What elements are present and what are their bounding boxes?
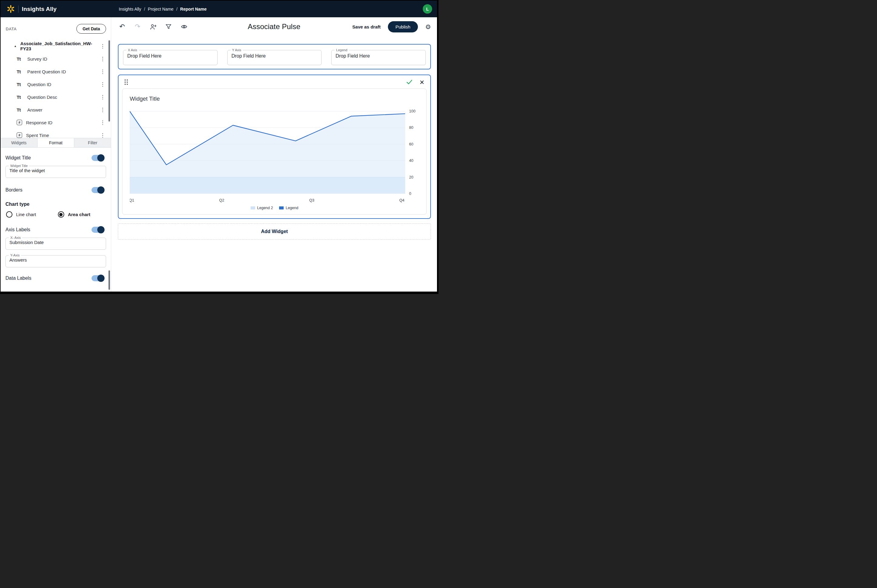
close-widget-icon[interactable]: × [420, 79, 424, 86]
toolbar-icons: ↶ ↷ [118, 23, 187, 30]
tab-widgets[interactable]: Widgets [1, 138, 37, 147]
line-chart-label: Line chart [16, 212, 36, 217]
drag-handle-icon[interactable] [124, 80, 128, 85]
legend-dropzone[interactable]: Legend Drop Field Here [331, 48, 426, 65]
x-axis-dropzone[interactable]: X Axis Drop Field Here [123, 48, 217, 65]
widget-title-toggle[interactable] [91, 155, 104, 161]
preview-eye-icon[interactable] [180, 23, 187, 30]
legend-item: Legend 2 [250, 206, 273, 210]
chart-type-heading: Chart type [6, 201, 106, 207]
radio-checked-icon[interactable] [58, 211, 64, 218]
breadcrumb-app[interactable]: Insights Ally [119, 7, 141, 12]
axis-labels-toggle[interactable] [91, 227, 104, 233]
kebab-menu-icon[interactable]: ⋮ [99, 133, 106, 138]
breadcrumb: Insights Ally / Project Name / Report Na… [119, 7, 207, 12]
x-axis-input-label: X- Axis [9, 236, 22, 240]
brand-divider [18, 6, 18, 13]
field-row[interactable]: # Response ID ⋮ [1, 116, 111, 129]
content: DATA Get Data ▲ Associate_Job_Satisfacti… [1, 17, 437, 292]
topbar: Insights Ally Insights Ally / Project Na… [1, 1, 437, 17]
widget-title-toggle-label: Widget Title [6, 155, 31, 160]
redo-icon[interactable]: ↷ [134, 23, 141, 30]
axis-labels-label: Axis Labels [6, 227, 30, 232]
svg-text:0: 0 [409, 192, 411, 196]
field-row[interactable]: Tt Parent Question ID ⋮ [1, 65, 111, 78]
legend-item: Legend [279, 206, 298, 210]
tab-format[interactable]: Format [37, 138, 75, 147]
share-user-icon[interactable] [149, 23, 157, 30]
kebab-menu-icon[interactable]: ⋮ [99, 56, 106, 62]
svg-text:Q3: Q3 [309, 198, 315, 202]
widget-title-fieldset: Widget Title [6, 164, 106, 178]
borders-toggle-row: Borders [6, 187, 106, 193]
kebab-menu-icon[interactable]: ⋮ [99, 107, 106, 112]
collapse-caret-icon[interactable]: ▲ [14, 45, 16, 48]
text-field-icon: Tt [16, 94, 23, 100]
field-row[interactable]: Tt Question Desc ⋮ [1, 91, 111, 104]
field-name: Spent Time [26, 133, 49, 138]
legend-label: Legend [286, 206, 298, 210]
publish-button[interactable]: Publish [388, 21, 418, 32]
filter-icon[interactable] [165, 23, 172, 30]
kebab-menu-icon[interactable]: ⋮ [99, 69, 106, 74]
widget-title-toggle-row: Widget Title [6, 155, 106, 161]
x-axis-input[interactable] [6, 240, 98, 245]
legend-dropzone-label: Legend [334, 48, 349, 52]
field-row[interactable]: Tt Answer ⋮ [1, 104, 111, 116]
line-chart-option[interactable]: Line chart [6, 211, 36, 218]
user-avatar[interactable]: L [423, 4, 432, 14]
chart-legend: Legend 2 Legend [130, 205, 419, 211]
data-labels-toggle[interactable] [91, 275, 104, 281]
area-chart-option[interactable]: Area chart [58, 211, 90, 218]
y-axis-dropzone[interactable]: Y Axis Drop Field Here [227, 48, 322, 65]
number-field-icon: # [16, 120, 22, 125]
confirm-check-icon[interactable] [406, 80, 412, 85]
kebab-menu-icon[interactable]: ⋮ [99, 82, 106, 87]
report-toolbar: ↶ ↷ [111, 17, 437, 36]
widget-card: Widget Title 020406080100Q1Q2Q3Q4 Legend… [122, 88, 427, 214]
field-name: Parent Question ID [27, 69, 66, 74]
settings-gear-icon[interactable]: ⚙ [425, 24, 431, 30]
widget-title-input[interactable] [6, 168, 98, 173]
widget-actions: × [406, 79, 424, 86]
breadcrumb-project[interactable]: Project Name [148, 7, 174, 12]
add-widget-button[interactable]: Add Widget [118, 224, 431, 240]
kebab-menu-icon[interactable]: ⋮ [99, 120, 106, 125]
dataset-name: Associate_Job_Satisfaction_HW-FY23 [20, 41, 95, 51]
x-axis-fieldset: X- Axis [6, 236, 106, 250]
svg-text:Q4: Q4 [399, 198, 405, 202]
svg-text:100: 100 [409, 109, 415, 113]
field-row[interactable]: Tt Question ID ⋮ [1, 78, 111, 91]
fields-scrollbar[interactable] [108, 40, 110, 122]
axis-labels-toggle-row: Axis Labels [6, 227, 106, 233]
svg-text:80: 80 [409, 126, 413, 130]
data-labels-label: Data Labels [6, 276, 31, 281]
get-data-button[interactable]: Get Data [76, 24, 106, 34]
field-row[interactable]: Tt Survey ID ⋮ [1, 52, 111, 65]
field-row[interactable]: # Spent Time ⋮ [1, 129, 111, 138]
report-canvas: X Axis Drop Field Here Y Axis Drop Field… [111, 36, 437, 292]
kebab-menu-icon[interactable]: ⋮ [99, 94, 106, 100]
sidebar-header: DATA Get Data [1, 17, 111, 38]
text-field-icon: Tt [16, 107, 23, 112]
field-name: Question ID [27, 82, 51, 87]
brand: Insights Ally [1, 5, 57, 13]
dataset-row[interactable]: ▲ Associate_Job_Satisfaction_HW-FY23 ⋮ [1, 38, 111, 52]
breadcrumb-report: Report Name [180, 7, 207, 12]
radio-unchecked-icon[interactable] [6, 211, 12, 218]
undo-icon[interactable]: ↶ [118, 23, 126, 30]
sidebar-tabs: Widgets Format Filter [1, 138, 111, 148]
tab-filter[interactable]: Filter [74, 138, 111, 147]
borders-toggle[interactable] [91, 187, 104, 193]
field-name: Response ID [26, 120, 52, 125]
y-axis-input[interactable] [6, 257, 98, 262]
format-scrollbar[interactable] [108, 270, 110, 290]
text-field-icon: Tt [16, 82, 23, 87]
data-section-label: DATA [6, 27, 16, 31]
kebab-menu-icon[interactable]: ⋮ [99, 44, 106, 49]
chart-type-options: Line chart Area chart [6, 211, 106, 218]
save-as-draft-button[interactable]: Save as draft [352, 24, 381, 29]
text-field-icon: Tt [16, 69, 23, 74]
app-name: Insights Ally [22, 6, 57, 12]
number-field-icon: # [16, 132, 22, 138]
